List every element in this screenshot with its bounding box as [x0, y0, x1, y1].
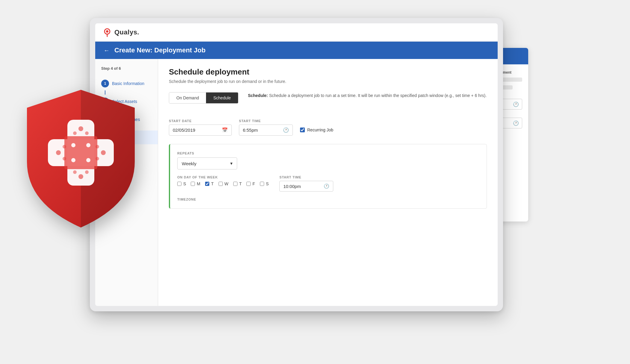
day-checkbox-t1[interactable]: [205, 182, 209, 186]
section-title: Schedule deployment: [169, 67, 487, 77]
weekly-start-time-input[interactable]: 10:00pm 🕐: [279, 181, 333, 192]
day-item-f: F: [246, 181, 255, 186]
start-time-group: START TIME 6:55pm 🕐: [239, 119, 293, 136]
repeats-label: REPEATS: [177, 151, 479, 155]
page-title: Create New: Deployment Job: [114, 46, 205, 54]
main-content: Step 4 of 6 1 Basic Information 2 Select…: [95, 59, 498, 306]
schedule-info-text: Schedule: Schedule a deployment job to r…: [248, 92, 487, 99]
day-of-week-group: ON DAY OF THE WEEK S: [177, 175, 269, 186]
schedule-button[interactable]: Schedule: [206, 92, 238, 103]
schedule-toggle-group: On Demand Schedule: [169, 92, 238, 104]
schedule-info-prefix: Schedule:: [248, 93, 268, 98]
svg-point-8: [96, 157, 99, 160]
step-indicator: Step 4 of 6: [95, 66, 158, 77]
app-header: Qualys.: [95, 23, 498, 42]
svg-point-13: [73, 170, 77, 174]
chevron-down-icon: ▾: [230, 161, 233, 166]
day-checkbox-w[interactable]: [219, 182, 223, 186]
day-of-week-row: ON DAY OF THE WEEK S: [177, 175, 479, 192]
datetime-form-row: START DATE 02/05/2019 📅 START TIME 6:55p…: [169, 119, 487, 136]
start-date-value: 02/05/2019: [173, 128, 195, 133]
day-letter-s1: S: [183, 181, 186, 186]
back-button[interactable]: ←: [104, 47, 110, 54]
weekly-start-time-group: START TIME 10:00pm 🕐: [279, 175, 333, 192]
day-letter-f: F: [252, 181, 255, 186]
start-time-input[interactable]: 6:55pm 🕐: [239, 125, 293, 136]
weekly-start-time-value: 10:00pm: [283, 184, 301, 189]
laptop-frame: Qualys. ← Create New: Deployment Job Ste…: [90, 18, 539, 332]
section-subtitle: Schedule the deployment job to run on de…: [169, 79, 487, 84]
day-item-t1: T: [205, 181, 214, 186]
start-date-input[interactable]: 02/05/2019 📅: [169, 125, 232, 136]
calendar-icon: 📅: [222, 127, 228, 133]
svg-point-4: [63, 145, 66, 148]
day-letter-t1: T: [211, 181, 214, 186]
day-checkbox-f[interactable]: [246, 182, 251, 186]
svg-point-16: [86, 143, 90, 147]
svg-point-3: [56, 150, 61, 155]
repeats-value: Weekly: [182, 161, 196, 166]
day-item-s2: S: [260, 181, 269, 186]
qualys-brand-text: Qualys.: [114, 28, 139, 36]
recurring-checkbox[interactable]: [300, 128, 305, 132]
svg-rect-2: [64, 136, 97, 169]
on-demand-button[interactable]: On Demand: [169, 92, 206, 103]
day-letter-m: M: [197, 181, 200, 186]
qualys-icon: [102, 28, 112, 37]
start-time-label: START TIME: [239, 119, 293, 123]
day-item-t2: T: [233, 181, 242, 186]
start-date-group: START DATE 02/05/2019 📅: [169, 119, 232, 136]
recurring-group: Recurring Job: [300, 119, 333, 132]
screen-content: Qualys. ← Create New: Deployment Job Ste…: [95, 23, 498, 306]
page-header-bar: ← Create New: Deployment Job: [95, 42, 498, 59]
day-letter-s2: S: [266, 181, 269, 186]
day-item-s1: S: [177, 181, 186, 186]
on-day-label: ON DAY OF THE WEEK: [177, 175, 269, 179]
day-item-w: W: [219, 181, 228, 186]
start-time-value: 6:55pm: [243, 128, 258, 133]
day-checkbox-t2[interactable]: [233, 182, 237, 186]
start-date-label: START DATE: [169, 119, 232, 123]
qualys-logo: Qualys.: [102, 28, 139, 37]
weekly-start-time-label: START TIME: [279, 175, 333, 179]
svg-point-9: [78, 126, 83, 131]
repeats-select[interactable]: Weekly ▾: [177, 157, 237, 169]
svg-point-6: [101, 150, 106, 155]
svg-point-10: [73, 131, 77, 135]
day-item-m: M: [191, 181, 200, 186]
svg-point-5: [63, 157, 66, 160]
timezone-label: TIMEZONE: [177, 198, 479, 201]
svg-point-17: [71, 158, 75, 162]
svg-point-11: [85, 131, 89, 135]
schedule-info-body: Schedule a deployment job to run at a se…: [269, 93, 487, 98]
svg-point-14: [85, 170, 89, 174]
day-checkboxes: S M: [177, 181, 269, 186]
svg-point-20: [106, 30, 108, 33]
shield-decoration: [18, 84, 144, 233]
svg-point-12: [78, 174, 83, 179]
day-letter-w: W: [225, 181, 228, 186]
day-letter-t2: T: [239, 181, 242, 186]
recurring-label[interactable]: Recurring Job: [307, 128, 333, 132]
clock-icon-2: 🕐: [324, 183, 329, 189]
day-checkbox-s2[interactable]: [260, 182, 264, 186]
svg-point-7: [96, 145, 99, 148]
clock-icon: 🕐: [283, 127, 289, 133]
svg-point-15: [71, 143, 75, 147]
svg-point-18: [86, 158, 90, 162]
content-area: Schedule deployment Schedule the deploym…: [158, 59, 498, 306]
day-checkbox-s1[interactable]: [177, 182, 181, 186]
day-checkbox-m[interactable]: [191, 182, 195, 186]
repeats-card: REPEATS Weekly ▾ ON DAY OF THE WEEK: [169, 144, 487, 209]
